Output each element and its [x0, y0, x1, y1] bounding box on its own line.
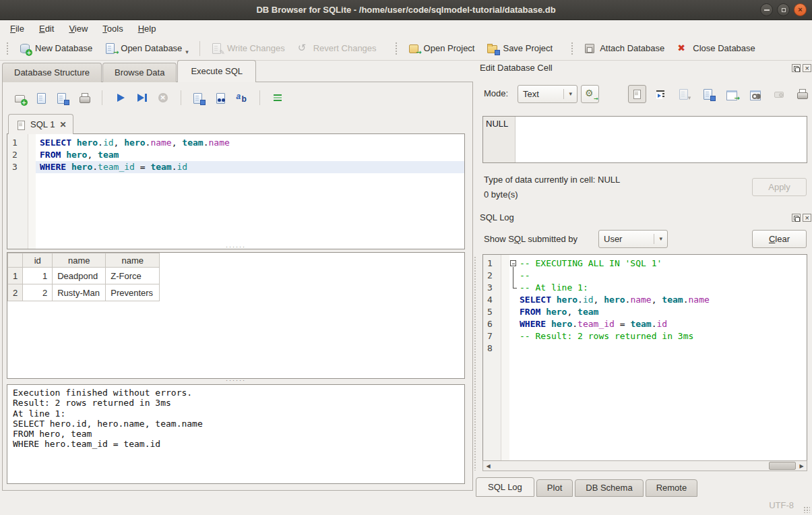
cell[interactable]: Deadpond — [53, 268, 106, 284]
dock-float-icon[interactable] — [792, 214, 801, 222]
tab-database-structure[interactable]: Database Structure — [2, 63, 102, 82]
export-button[interactable] — [699, 85, 717, 103]
log-code: SELECT hero.id, hero.name, team.name — [520, 294, 807, 306]
log-line-number: 5 — [483, 306, 501, 318]
log-code: WHERE hero.team_id = team.id — [520, 318, 807, 330]
dock-tab-sql-log[interactable]: SQL Log — [476, 477, 534, 497]
log-code: -- — [520, 270, 807, 282]
word-wrap-button[interactable] — [652, 85, 670, 103]
close-database-button[interactable]: Close Database — [670, 40, 761, 57]
print-button[interactable] — [75, 89, 93, 107]
column-header-name[interactable]: name — [53, 253, 106, 268]
replace-button[interactable] — [233, 89, 251, 107]
dock-float-icon[interactable] — [792, 64, 801, 72]
open-project-button[interactable]: → Open Project — [402, 40, 481, 57]
write-changes-label: Write Changes — [227, 43, 285, 53]
menu-item-view[interactable]: View — [61, 22, 95, 36]
find-button[interactable] — [212, 89, 229, 107]
fold-collapse-icon[interactable] — [510, 260, 516, 266]
dock-tab-plot[interactable]: Plot — [536, 479, 573, 497]
toolbar-drag-handle[interactable] — [571, 42, 574, 55]
splitter-handle[interactable]: ······ — [7, 245, 465, 249]
menu-item-help[interactable]: Help — [131, 22, 164, 36]
resize-grip[interactable] — [803, 506, 810, 513]
print-cell-button[interactable] — [793, 85, 811, 103]
sql-editor[interactable]: 1SELECT hero.id, hero.name, team.name2FR… — [7, 133, 465, 249]
dock-tab-db-schema[interactable]: DB Schema — [575, 479, 643, 497]
maximize-button[interactable] — [777, 3, 790, 16]
row-number[interactable]: 2 — [8, 284, 23, 301]
sql-document-icon — [15, 119, 26, 130]
text-mode-button[interactable] — [628, 85, 646, 103]
menu-item-file[interactable]: File — [3, 22, 32, 36]
open-sql-file-button[interactable] — [32, 89, 50, 107]
open-in-external-button[interactable]: → — [722, 85, 741, 103]
clear-log-button[interactable]: Clear — [752, 230, 807, 248]
execute-current-line-button[interactable] — [133, 89, 150, 107]
scroll-right-icon[interactable]: ▶ — [797, 463, 807, 469]
stop-icon — [158, 92, 169, 104]
close-button[interactable]: × — [794, 3, 807, 16]
menu-item-edit[interactable]: Edit — [32, 22, 61, 36]
editor-line[interactable]: 2FROM hero, team — [7, 149, 464, 161]
set-null-icon — [773, 88, 784, 100]
encoding-indicator[interactable]: UTF-8 — [769, 500, 794, 510]
results-corner-cell[interactable] — [8, 253, 23, 268]
results-grid[interactable]: idnamename11DeadpondZ-Force22Rusty-ManPr… — [7, 252, 465, 379]
scrollbar-track[interactable] — [493, 461, 797, 471]
minimize-button[interactable] — [760, 3, 773, 16]
tab-browse-data[interactable]: Browse Data — [102, 63, 177, 82]
scrollbar-thumb[interactable] — [769, 462, 796, 470]
format-sql-button[interactable] — [269, 89, 286, 107]
open-database-dropdown-icon[interactable]: ▾ — [185, 49, 189, 57]
sql-tab-close-icon[interactable]: ✕ — [59, 120, 66, 129]
sql-token: , — [87, 150, 98, 160]
menu-item-tools[interactable]: Tools — [95, 22, 130, 36]
dock-close-icon[interactable] — [803, 214, 811, 222]
execute-all-button[interactable] — [111, 89, 129, 107]
cell[interactable]: 1 — [23, 268, 53, 284]
attach-database-button[interactable]: Attach Database — [577, 40, 670, 57]
column-header-id[interactable]: id — [23, 253, 53, 268]
save-project-button[interactable]: Save Project — [480, 40, 559, 57]
cell[interactable]: Rusty-Man — [53, 284, 106, 301]
log-margin — [501, 318, 509, 330]
link-button[interactable] — [746, 85, 764, 103]
editor-line[interactable]: 3WHERE hero.team_id = team.id — [7, 161, 464, 173]
cell[interactable]: Preventers — [106, 284, 160, 301]
sql-token: hero — [546, 307, 567, 317]
dock-tab-remote[interactable]: Remote — [646, 479, 698, 497]
auto-switch-mode-button[interactable]: → — [581, 85, 599, 103]
print-icon — [79, 92, 90, 104]
cell-value-editor[interactable]: NULL — [482, 116, 807, 163]
log-filter-select[interactable]: User ▾ — [598, 230, 668, 248]
toolbar-drag-handle[interactable] — [6, 42, 9, 55]
new-database-button[interactable]: + New Database — [13, 40, 98, 57]
gear-icon: → — [584, 88, 596, 100]
save-results-button[interactable]: ▾ — [190, 89, 208, 107]
row-number[interactable]: 1 — [8, 268, 23, 284]
scroll-left-icon[interactable]: ◀ — [483, 463, 493, 469]
open-tab-button[interactable]: + — [11, 89, 28, 107]
table-row[interactable]: 11DeadpondZ-Force — [8, 268, 160, 284]
fold-margin — [509, 258, 520, 270]
splitter-handle[interactable]: ······ — [7, 379, 465, 383]
table-row[interactable]: 22Rusty-ManPreventers — [8, 284, 160, 301]
save-sql-file-button[interactable]: ▾ — [54, 89, 71, 107]
sql-tab-label: SQL 1 — [30, 119, 55, 129]
cell[interactable]: Z-Force — [106, 268, 160, 284]
mode-select[interactable]: Text ▾ — [518, 85, 577, 103]
cell[interactable]: 2 — [23, 284, 53, 301]
menu-bar: FileEditViewToolsHelp — [0, 20, 812, 36]
dock-close-icon[interactable] — [803, 64, 811, 72]
editor-line[interactable]: 1SELECT hero.id, hero.name, team.name — [7, 137, 464, 149]
log-horizontal-scrollbar[interactable]: ◀ ▶ — [482, 460, 807, 471]
sql-document-tab[interactable]: SQL 1 ✕ — [8, 114, 73, 134]
open-database-button[interactable]: → Open Database ▾ — [98, 40, 195, 57]
sql-log-view[interactable]: 1-- EXECUTING ALL IN 'SQL 1'2--3-- At li… — [482, 254, 807, 471]
column-header-name[interactable]: name — [106, 253, 160, 268]
dock-resize-handle[interactable] — [474, 256, 477, 471]
toolbar-drag-handle[interactable] — [395, 42, 398, 55]
tab-execute-sql[interactable]: Execute SQL — [177, 60, 256, 82]
sql-token: . — [172, 162, 177, 172]
